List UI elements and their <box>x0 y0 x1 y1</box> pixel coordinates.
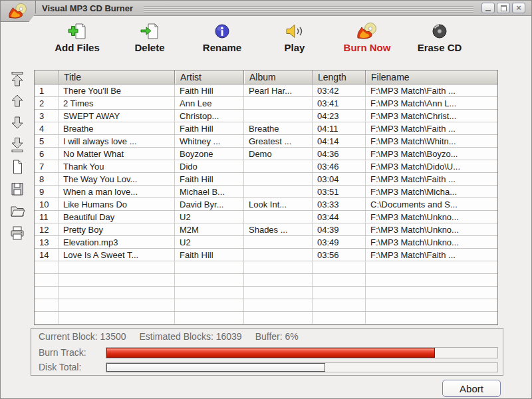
minimize-button[interactable] <box>481 3 495 13</box>
move-down-button[interactable] <box>9 115 26 131</box>
cell-title: Breathe <box>59 122 175 134</box>
erase-cd-button[interactable]: Erase CD <box>410 21 469 53</box>
empty-row[interactable] <box>35 274 497 287</box>
burn-track-progressbar <box>106 347 498 358</box>
cell-title <box>59 274 175 286</box>
print-printer-icon <box>9 225 26 241</box>
empty-row[interactable] <box>35 261 497 274</box>
table-row[interactable]: 10Like Humans DoDavid Byr...Look Int...0… <box>35 198 497 211</box>
cell-number: 5 <box>35 135 59 147</box>
window-title: Visual MP3 CD Burner <box>42 3 133 13</box>
table-row[interactable]: 13Elevation.mp3U203:49F:\MP3 Match\Unkno… <box>35 236 497 249</box>
cell-filename <box>366 287 497 299</box>
save-button[interactable] <box>9 181 26 197</box>
open-button[interactable] <box>9 203 26 219</box>
cell-length: 03:04 <box>313 173 366 185</box>
empty-row[interactable] <box>35 287 497 299</box>
cell-length: 03:44 <box>313 211 366 223</box>
table-row[interactable]: 14Love Is A Sweet T...Faith Hill03:56F:\… <box>35 249 497 261</box>
burn-track-row: Burn Track: <box>31 345 503 360</box>
burn-now-button[interactable]: Burn Now <box>337 21 397 53</box>
cell-length: 04:11 <box>313 122 366 134</box>
new-file-button[interactable] <box>9 159 26 175</box>
empty-row[interactable] <box>35 312 497 325</box>
disk-total-progressbar <box>106 362 498 372</box>
add-files-button[interactable]: Add Files <box>47 21 107 53</box>
header-length[interactable]: Length <box>313 70 366 84</box>
table-row[interactable]: 22 TimesAnn Lee03:41F:\MP3 Match\Ann L..… <box>35 97 497 110</box>
header-number[interactable] <box>35 70 59 84</box>
abort-button[interactable]: Abort <box>442 380 501 397</box>
cell-album <box>244 261 313 273</box>
cell-number: 8 <box>35 173 59 185</box>
cell-title: When a man love... <box>59 186 175 198</box>
delete-label: Delete <box>134 42 164 53</box>
add-files-label: Add Files <box>55 42 100 53</box>
header-album[interactable]: Album <box>244 70 313 84</box>
cell-artist: Faith Hill <box>175 122 244 134</box>
cell-album: Pearl Har... <box>244 84 313 96</box>
cell-artist <box>175 312 244 324</box>
cell-title <box>59 261 175 273</box>
header-artist[interactable]: Artist <box>175 70 244 84</box>
cell-artist: Faith Hill <box>175 249 244 261</box>
table-row[interactable]: 11Beautiful DayU203:44F:\MP3 Match\Unkno… <box>35 211 497 223</box>
cell-album <box>244 249 313 261</box>
cell-album <box>244 287 313 299</box>
move-up-button[interactable] <box>9 93 26 109</box>
play-speaker-icon <box>285 21 305 41</box>
delete-button[interactable]: Delete <box>120 21 180 53</box>
cell-number: 11 <box>35 211 59 223</box>
cell-album <box>244 299 313 311</box>
cell-title: Love Is A Sweet T... <box>59 249 175 261</box>
table-row[interactable]: 9When a man love...Michael B...03:51F:\M… <box>35 186 497 198</box>
cell-filename: C:\Documents and S... <box>366 198 497 210</box>
erase-cd-disc-icon <box>430 21 449 41</box>
close-button[interactable]: × <box>512 3 525 13</box>
open-folder-icon <box>9 203 26 219</box>
title-bar[interactable]: Visual MP3 CD Burner × <box>1 1 531 16</box>
play-button[interactable]: Play <box>265 21 325 53</box>
table-row[interactable]: 7Thank YouDido03:46F:\MP3 Match\Dido\U..… <box>35 160 497 173</box>
cell-number: 1 <box>35 84 59 96</box>
table-row[interactable]: 1There You'll BeFaith HillPearl Har...03… <box>35 84 497 97</box>
cell-number <box>35 312 59 324</box>
cell-artist: Faith Hill <box>175 84 244 96</box>
table-row[interactable]: 6No Matter WhatBoyzoneDemo04:36F:\MP3 Ma… <box>35 148 497 160</box>
cell-number: 10 <box>35 198 59 210</box>
empty-row[interactable] <box>35 299 497 312</box>
move-down-icon <box>9 115 26 131</box>
cell-album <box>244 186 313 198</box>
maximize-button[interactable] <box>497 3 510 13</box>
rename-label: Rename <box>203 42 241 53</box>
move-to-top-button[interactable] <box>9 71 26 87</box>
cell-album <box>244 110 313 122</box>
cell-number: 13 <box>35 236 59 248</box>
cell-artist: Michael B... <box>175 186 244 198</box>
table-row[interactable]: 4BreatheFaith HillBreathe04:11F:\MP3 Mat… <box>35 122 497 135</box>
cell-length <box>313 312 366 324</box>
cell-title <box>59 312 175 324</box>
cell-length: 03:51 <box>313 186 366 198</box>
toolbar: Add Files Delete Rename <box>1 21 531 63</box>
cell-length: 03:49 <box>313 236 366 248</box>
print-button[interactable] <box>9 225 26 241</box>
cell-artist: Boyzone <box>175 148 244 160</box>
move-to-bottom-button[interactable] <box>9 137 26 153</box>
cell-length: 03:56 <box>313 249 366 261</box>
move-up-icon <box>9 93 26 109</box>
cell-title <box>59 299 175 311</box>
header-title[interactable]: Title <box>59 70 175 84</box>
table-row[interactable]: 5I will always love ...Whitney ...Greate… <box>35 135 497 148</box>
cell-filename <box>366 261 497 273</box>
header-filename[interactable]: Filename <box>366 70 497 84</box>
cell-filename <box>366 312 497 324</box>
cell-title: Elevation.mp3 <box>59 236 175 248</box>
cell-title <box>59 287 175 299</box>
cell-artist <box>175 287 244 299</box>
table-row[interactable]: 3SWEPT AWAYChristop...04:23F:\MP3 Match\… <box>35 110 497 122</box>
table-row[interactable]: 8The Way You Lov...Faith Hill03:04F:\MP3… <box>35 173 497 186</box>
table-row[interactable]: 12Pretty BoyM2MShades ...04:39F:\MP3 Mat… <box>35 223 497 236</box>
rename-button[interactable]: Rename <box>192 21 252 53</box>
cell-filename: F:\MP3 Match\Faith ... <box>366 122 497 134</box>
